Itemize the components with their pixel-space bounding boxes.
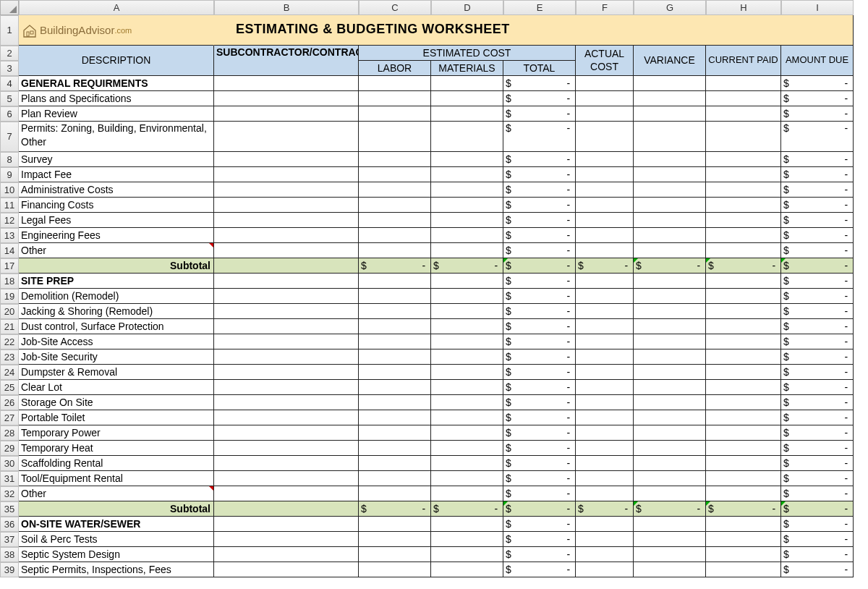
- cell-D[interactable]: [431, 547, 503, 562]
- cell-I[interactable]: $-: [781, 152, 854, 167]
- cell-B[interactable]: [214, 395, 359, 410]
- cell-F[interactable]: [576, 243, 634, 258]
- cell-C[interactable]: $-: [359, 258, 431, 274]
- cell-D[interactable]: $-: [431, 501, 503, 517]
- cell-desc[interactable]: Storage On Site: [19, 395, 214, 410]
- cell-F[interactable]: [576, 198, 634, 213]
- row-header-2[interactable]: 2: [0, 46, 19, 61]
- cell-B[interactable]: [214, 167, 359, 182]
- cell-G[interactable]: [634, 243, 706, 258]
- cell-D[interactable]: [431, 243, 503, 258]
- cell-C[interactable]: [359, 562, 431, 577]
- column-header-C[interactable]: C: [359, 0, 431, 15]
- row-header-9[interactable]: 9: [0, 167, 19, 182]
- row-header-5[interactable]: 5: [0, 91, 19, 106]
- cell-E[interactable]: $-: [503, 198, 576, 213]
- cell-D[interactable]: [431, 289, 503, 304]
- cell-I[interactable]: $-: [781, 532, 854, 547]
- cell-E[interactable]: $-: [503, 91, 576, 106]
- cell-E[interactable]: $-: [503, 456, 576, 471]
- cell-C[interactable]: [359, 213, 431, 228]
- cell-C[interactable]: [359, 441, 431, 456]
- cell-I[interactable]: $-: [781, 122, 854, 152]
- cell-E[interactable]: $-: [503, 319, 576, 334]
- cell-I[interactable]: $-: [781, 349, 854, 365]
- cell-E[interactable]: $-: [503, 167, 576, 182]
- cell-F[interactable]: [576, 456, 634, 471]
- cell-E[interactable]: $-: [503, 106, 576, 122]
- cell-B[interactable]: [214, 243, 359, 258]
- cell-desc[interactable]: Plans and Specifications: [19, 91, 214, 106]
- cell-D[interactable]: [431, 274, 503, 289]
- cell-F[interactable]: [576, 532, 634, 547]
- cell-H[interactable]: [706, 349, 781, 365]
- cell-D[interactable]: [431, 380, 503, 395]
- cell-H[interactable]: [706, 410, 781, 425]
- cell-E[interactable]: $-: [503, 425, 576, 441]
- cell-I[interactable]: $-: [781, 410, 854, 425]
- cell-F[interactable]: [576, 395, 634, 410]
- row-header-22[interactable]: 22: [0, 334, 19, 349]
- cell-C[interactable]: [359, 182, 431, 198]
- cell-F[interactable]: [576, 486, 634, 501]
- cell-H[interactable]: [706, 213, 781, 228]
- cell-desc[interactable]: Soil & Perc Tests: [19, 532, 214, 547]
- cell-C[interactable]: [359, 152, 431, 167]
- cell-C[interactable]: [359, 91, 431, 106]
- row-header-39[interactable]: 39: [0, 562, 19, 577]
- cell-G[interactable]: [634, 456, 706, 471]
- cell-E[interactable]: $-: [503, 289, 576, 304]
- cell-G[interactable]: [634, 198, 706, 213]
- cell-I[interactable]: $-: [781, 228, 854, 243]
- cell-B[interactable]: [214, 501, 359, 517]
- row-header-19[interactable]: 19: [0, 289, 19, 304]
- cell-G[interactable]: [634, 152, 706, 167]
- cell-D[interactable]: [431, 167, 503, 182]
- cell-H[interactable]: [706, 304, 781, 319]
- cell-F[interactable]: [576, 441, 634, 456]
- cell-H[interactable]: [706, 274, 781, 289]
- cell-C[interactable]: $-: [359, 501, 431, 517]
- cell-I[interactable]: $-: [781, 304, 854, 319]
- cell-I[interactable]: $-: [781, 562, 854, 577]
- cell-C[interactable]: [359, 198, 431, 213]
- cell-E[interactable]: $-: [503, 182, 576, 198]
- cell-F[interactable]: [576, 562, 634, 577]
- cell-C[interactable]: [359, 243, 431, 258]
- cell-F[interactable]: [576, 319, 634, 334]
- cell-I[interactable]: $-: [781, 501, 854, 517]
- cell-B[interactable]: [214, 517, 359, 532]
- cell-B[interactable]: [214, 441, 359, 456]
- cell-C[interactable]: [359, 486, 431, 501]
- cell-F[interactable]: [576, 152, 634, 167]
- cell-desc[interactable]: Clear Lot: [19, 380, 214, 395]
- cell-G[interactable]: [634, 532, 706, 547]
- cell-E[interactable]: $-: [503, 486, 576, 501]
- cell-G[interactable]: [634, 547, 706, 562]
- cell-D[interactable]: [431, 425, 503, 441]
- cell-I[interactable]: $-: [781, 76, 854, 91]
- row-header-32[interactable]: 32: [0, 486, 19, 501]
- cell-D[interactable]: [431, 304, 503, 319]
- cell-I[interactable]: $-: [781, 517, 854, 532]
- cell-E[interactable]: $-: [503, 76, 576, 91]
- cell-D[interactable]: [431, 456, 503, 471]
- cell-E[interactable]: $-: [503, 274, 576, 289]
- cell-E[interactable]: $-: [503, 562, 576, 577]
- cell-D[interactable]: [431, 486, 503, 501]
- cell-E[interactable]: $-: [503, 304, 576, 319]
- spreadsheet-grid[interactable]: ABCDEFGHI1BuildingAdvisor.comESTIMATING …: [0, 0, 868, 577]
- cell-D[interactable]: [431, 562, 503, 577]
- cell-B[interactable]: [214, 91, 359, 106]
- cell-F[interactable]: $-: [576, 501, 634, 517]
- cell-H[interactable]: [706, 182, 781, 198]
- cell-G[interactable]: [634, 486, 706, 501]
- cell-I[interactable]: $-: [781, 106, 854, 122]
- column-header-A[interactable]: A: [19, 0, 214, 15]
- cell-E[interactable]: $-: [503, 122, 576, 152]
- cell-H[interactable]: [706, 152, 781, 167]
- row-header-20[interactable]: 20: [0, 304, 19, 319]
- cell-H[interactable]: [706, 334, 781, 349]
- cell-I[interactable]: $-: [781, 167, 854, 182]
- cell-desc[interactable]: Jacking & Shoring (Remodel): [19, 304, 214, 319]
